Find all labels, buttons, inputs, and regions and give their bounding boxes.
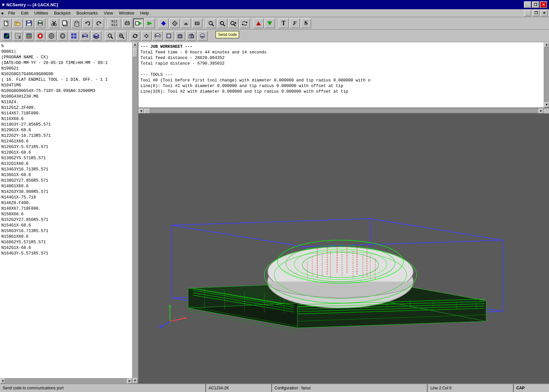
replace-button[interactable] <box>239 18 250 28</box>
submenu-minimize[interactable]: _ <box>524 10 531 16</box>
right-scroll-up[interactable]: ▲ <box>544 42 549 47</box>
3d-cube-button[interactable] <box>80 31 90 41</box>
ws-scroll-track[interactable] <box>150 108 538 113</box>
svg-marker-34 <box>173 22 176 25</box>
view-front-button[interactable] <box>175 31 185 41</box>
separator7 <box>103 32 104 40</box>
worksheet-header: --- JOB WORKSHEET --- <box>140 44 542 50</box>
font-s-button[interactable]: S <box>301 18 311 28</box>
scroll-thumb[interactable] <box>133 47 137 57</box>
menu-edit[interactable]: Edit <box>18 10 31 16</box>
code-line: N128G1X-68.6 <box>1 150 131 156</box>
view-side-button[interactable] <box>186 31 197 41</box>
code-editor[interactable]: % 00001| (PROGRAM NAME - CX) (DATE=DD-MM… <box>0 42 132 378</box>
menu-window[interactable]: Window <box>116 10 137 16</box>
separator2 <box>106 19 106 28</box>
print-button[interactable] <box>35 18 46 28</box>
ws-scroll-thumb[interactable] <box>144 108 150 114</box>
svg-line-42 <box>223 24 225 26</box>
font-t-button[interactable]: T <box>278 18 289 28</box>
menu-backplot[interactable]: Backplot <box>51 10 73 16</box>
redo-button[interactable] <box>94 18 104 28</box>
scroll-down-arrow[interactable]: ▼ <box>133 378 138 383</box>
separator4 <box>204 19 204 28</box>
worksheet-line3: Total rapid distance - 6790.385032 <box>140 61 542 67</box>
undo-button[interactable] <box>82 18 93 28</box>
search3-button[interactable] <box>228 18 239 28</box>
rotate-button[interactable] <box>130 31 140 41</box>
right-top-vscroll[interactable]: ▲ ▼ <box>544 42 549 107</box>
view-top-button[interactable] <box>164 31 174 41</box>
stop-button[interactable] <box>35 31 46 41</box>
edit-button[interactable] <box>13 31 23 41</box>
layers-button[interactable] <box>24 31 34 41</box>
paste-button[interactable] <box>71 18 82 28</box>
copy-button[interactable] <box>60 18 71 28</box>
3d-viewport[interactable] <box>138 113 549 383</box>
triangle-down-button[interactable] <box>264 18 275 28</box>
backplot-button[interactable] <box>1 31 12 41</box>
worksheet-tool1: Line(8): Tool #1 with diameter 0.000000 … <box>140 83 542 89</box>
send-code-button[interactable]: Send code <box>133 18 144 28</box>
tool4-button[interactable] <box>192 18 202 28</box>
save-button[interactable] <box>24 18 34 28</box>
code-line: N164G3Y-5.571R5.571 <box>1 251 131 256</box>
right-scroll-track[interactable] <box>544 47 549 102</box>
settings-button[interactable] <box>122 18 133 28</box>
ws-scroll-left[interactable]: ◄ <box>138 108 144 114</box>
shading-button[interactable] <box>197 31 208 41</box>
code-line: N140G1X68.6 <box>1 184 131 189</box>
menu-help[interactable]: Help <box>137 10 152 16</box>
code-line: N150X68.6 <box>1 212 131 217</box>
worksheet-text: --- JOB WORKSHEET --- Total feed time - … <box>138 42 544 107</box>
search4-button[interactable] <box>105 31 115 41</box>
submenu-close[interactable]: ✕ <box>540 10 548 16</box>
code-line: N160G2Y5.571R5.571 <box>1 240 131 245</box>
submenu-restore[interactable]: ❐ <box>533 10 540 16</box>
restore-button[interactable]: ❐ <box>532 1 539 8</box>
view-iso-button[interactable] <box>152 31 163 41</box>
open-button[interactable] <box>13 18 23 28</box>
worksheet-hscroll-row[interactable]: ◄ ► <box>138 108 549 113</box>
menu-bookmarks[interactable]: Bookmarks <box>74 10 101 16</box>
search-button[interactable] <box>206 18 216 28</box>
svg-marker-47 <box>246 21 248 23</box>
pan-button[interactable] <box>141 31 152 41</box>
menu-utilities[interactable]: Utilities <box>32 10 51 16</box>
left-v-scrollbar[interactable]: ▲ ▼ <box>132 42 137 383</box>
cube2-button[interactable] <box>91 31 102 41</box>
left-h-scrollbar[interactable]: ◄ ► <box>0 378 132 383</box>
search2-button[interactable]: A <box>217 18 228 28</box>
multiview-button[interactable] <box>69 31 79 41</box>
tool2-button[interactable] <box>169 18 180 28</box>
zoom-in-button[interactable] <box>116 31 127 41</box>
right-scroll-down[interactable]: ▼ <box>544 102 549 107</box>
svg-rect-97 <box>191 35 194 38</box>
svg-point-79 <box>108 34 111 37</box>
ws-scroll-right[interactable]: ► <box>538 108 544 114</box>
code-line: N130G2Y5.571R5.571 <box>1 156 131 161</box>
record-button[interactable] <box>46 31 57 41</box>
menu-file[interactable]: File <box>6 10 18 16</box>
triangle-up-button[interactable] <box>253 18 264 28</box>
scroll-up-arrow[interactable]: ▲ <box>133 42 138 47</box>
separator5 <box>251 19 252 28</box>
scroll-track[interactable] <box>133 47 138 378</box>
menu-view[interactable]: View <box>101 10 116 16</box>
font-bold-button[interactable]: F <box>290 18 300 28</box>
cut-button[interactable] <box>49 18 59 28</box>
left-scroll-left[interactable]: ◄ <box>0 378 5 384</box>
new-button[interactable] <box>1 18 12 28</box>
left-scroll-right[interactable]: ► <box>127 378 132 384</box>
status-message-text: Send code to communications port <box>3 386 64 390</box>
close-button[interactable]: ✕ <box>540 1 547 8</box>
minimize-button[interactable]: _ <box>524 1 531 8</box>
n-label1: N12 <box>111 20 117 23</box>
n-numbers-button[interactable]: N12 N13 <box>107 18 121 28</box>
circle-button[interactable] <box>57 31 68 41</box>
svg-rect-63 <box>39 35 41 37</box>
diamond-button[interactable] <box>158 18 169 28</box>
tool3-button[interactable] <box>181 18 191 28</box>
run-button[interactable] <box>144 18 155 28</box>
left-scroll-track[interactable] <box>5 378 127 384</box>
